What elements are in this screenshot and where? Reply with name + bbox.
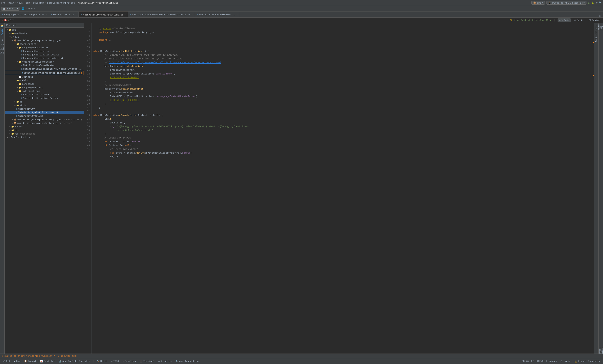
pull-requests-icon[interactable]: ⤵ xyxy=(0,38,4,42)
tab-main-activity[interactable]: K MainActivity.kt ✕ xyxy=(49,12,79,17)
tree-item-coordinators[interactable]: ▼ 📁 coordinators xyxy=(5,42,84,46)
collapse-icon[interactable]: ≡ xyxy=(26,7,27,10)
expand-icon[interactable]: ▼ xyxy=(12,19,14,22)
debug-button[interactable]: 🐛 xyxy=(591,1,594,4)
build-button[interactable]: 🔨 Build xyxy=(95,359,109,363)
logcat-button[interactable]: 📋 Logcat xyxy=(23,359,38,363)
tree-item-language-content[interactable]: ▶ 📁 languageContent xyxy=(5,86,84,89)
tree-item-android-test[interactable]: ▶ 📦 com.delasign.samplestarterproject (a… xyxy=(5,118,84,121)
android-selector[interactable]: 🤖 Android ▼ xyxy=(1,7,20,11)
tree-item-notification-coordinator-folder[interactable]: ▼ 📁 notificationCoordinator xyxy=(5,60,84,64)
code-line: // OnLanguageUpdate xyxy=(93,83,589,87)
tab-main-activity-notifications[interactable]: K MainActivity+Notifications.kt ✕ xyxy=(79,12,128,17)
tree-item-system-notifications-extras[interactable]: ▶ K SystemNotificationsExtras xyxy=(5,96,84,100)
settings-icon[interactable]: ⚙ xyxy=(596,1,598,4)
tree-item-models[interactable]: ▼ 📁 models xyxy=(5,79,84,82)
bc-src[interactable]: src xyxy=(1,1,5,4)
bc-com[interactable]: com xyxy=(26,1,30,4)
bc-java[interactable]: java xyxy=(17,1,23,4)
tree-item-gradle-scripts[interactable]: ▶ ⚙ Gradle Scripts xyxy=(5,136,84,139)
project-panel-header: Project xyxy=(5,23,84,28)
split-view-button[interactable]: ⊟ Split xyxy=(573,18,585,22)
code-line: if (extras != null) { xyxy=(93,143,589,147)
warning-count: 4 xyxy=(4,19,7,21)
tab-close-4[interactable]: ✕ xyxy=(192,13,193,15)
quality-icon: 🔬 xyxy=(59,360,62,363)
app-selector[interactable]: 📦 app ▼ xyxy=(531,1,545,5)
bc-main[interactable]: main xyxy=(9,1,14,4)
build-variants-icon[interactable]: Build Variants xyxy=(0,47,4,51)
code-area[interactable]: // ktlint-disable filename package com.d… xyxy=(92,23,591,353)
tree-item-notifications-folder[interactable]: ▼ 📁 notifications xyxy=(5,89,84,93)
live-edit-toggle[interactable]: ✨ Live Edit of literals: ON ▼ xyxy=(510,19,551,22)
services-button[interactable]: ⚙ Services xyxy=(157,359,173,363)
run-tool-button[interactable]: ▶ Run xyxy=(12,359,22,363)
tree-item-manifests[interactable]: ▶ 📁 manifests xyxy=(5,32,84,35)
tree-item-package[interactable]: ▼ 📦 com.delasign.samplestarterproject xyxy=(5,39,84,42)
bc-delasign[interactable]: delasign xyxy=(33,1,44,4)
tree-item-notification-coordinator-internal[interactable]: ▶ K NotificationCoordinator+InternalInte… xyxy=(5,71,84,75)
tab-close-2[interactable]: ✕ xyxy=(75,13,76,15)
settings-2-icon[interactable]: ⚙ xyxy=(31,7,33,10)
layout-inspector-button[interactable]: 📐 Layout Inspector xyxy=(573,359,602,363)
terminal-icon: ⬛ xyxy=(140,360,143,363)
tree-item-ui[interactable]: ▶ 📁 ui xyxy=(5,100,84,104)
running-devices-icon[interactable]: Running Devices xyxy=(599,349,603,353)
tree-item-language-coordinator-update[interactable]: ▶ K LanguageCoordinator+Update.kt xyxy=(5,56,84,60)
git-button[interactable]: ⎇ Git xyxy=(1,359,12,363)
folder-icon: 📁 xyxy=(19,61,21,63)
folder-icon: 📁 xyxy=(16,43,19,45)
project-icon[interactable]: Project xyxy=(0,28,4,33)
tree-item-notification-coordinator[interactable]: ▶ K NotificationCoordinator xyxy=(5,64,84,67)
tab-language-coordinator-update[interactable]: K LanguageCoordinator+Update.kt ✕ xyxy=(0,12,49,17)
tree-item-gitkeep[interactable]: ▶ 📄 .gitkeep xyxy=(5,75,84,79)
tree-item-language-coordinator[interactable]: ▶ K LanguageCoordinator xyxy=(5,49,84,53)
tab-close-1[interactable]: ✕ xyxy=(46,13,47,15)
tab-notification-coordinator-ext[interactable]: K NotificationCoordinator... ✕ xyxy=(195,12,240,17)
app-quality-button[interactable]: 🔬 App Quality Insights xyxy=(57,359,92,363)
tab-notification-coordinator-internal[interactable]: K NotificationCoordinator+InternalIntent… xyxy=(128,12,195,17)
folder-icon: 📁 xyxy=(11,125,14,128)
tree-item-java[interactable]: ▼ ☕ java xyxy=(5,35,84,39)
tree-item-test[interactable]: ▶ 📦 com.delasign.samplestarterproject (t… xyxy=(5,121,84,125)
bc-file[interactable]: MainActivity+Notifications.kt xyxy=(78,1,118,4)
tree-item-main-activity-notifications[interactable]: ▶ K MainActivity+Notifications.kt xyxy=(5,111,84,114)
tree-item-app[interactable]: ▼ 📁 app xyxy=(5,28,84,32)
notifications-label[interactable]: Notifications xyxy=(595,25,598,43)
tree-item-res[interactable]: ▶ 📁 res xyxy=(5,128,84,132)
tab-close-5[interactable]: ✕ xyxy=(237,13,238,15)
code-line xyxy=(93,42,589,46)
tree-item-system-notifications[interactable]: ▶ K SystemNotifications xyxy=(5,93,84,96)
bc-project[interactable]: samplestarterproject xyxy=(47,1,75,4)
tree-item-constants[interactable]: ▶ 📁 constants xyxy=(5,82,84,86)
terminal-button[interactable]: ⬛ Terminal xyxy=(138,359,156,363)
filter-icon[interactable]: ⚙ xyxy=(28,7,30,10)
tree-item-language-coordinator-get[interactable]: ▶ K LanguageCoordinator+Get.kt xyxy=(5,53,84,56)
tree-item-main-activity[interactable]: ▶ K MainActivity xyxy=(5,107,84,111)
close-panel-icon[interactable]: ✕ xyxy=(34,7,35,10)
sync-icon[interactable]: 🌐 xyxy=(22,7,24,10)
project-tree[interactable]: ▼ 📁 app ▶ 📁 manifests ▼ ☕ java ▼ xyxy=(5,28,84,353)
design-icon: 🖼 xyxy=(589,19,591,22)
profiler-button[interactable]: 📊 Profiler xyxy=(38,359,57,363)
design-view-button[interactable]: 🖼 Design xyxy=(587,18,601,22)
tree-item-notification-coordinator-external[interactable]: ▶ K NotificationCoordinator+ExternalInte… xyxy=(5,67,84,71)
run-button[interactable]: ▶ xyxy=(588,1,590,5)
top-bar-actions: 📦 app ▼ 📱 Pixel_3a_API_33_x86_64 ▼ ▶ 🐛 ⚙… xyxy=(531,1,602,5)
todo-button[interactable]: ☑ TODO xyxy=(109,359,120,363)
tab-close-3[interactable]: ✕ xyxy=(124,14,125,16)
search-icon[interactable]: 🔍 xyxy=(599,1,602,4)
problems-button[interactable]: ⚠ Problems xyxy=(121,359,138,363)
code-view-button[interactable]: ≺/≻ Code xyxy=(557,18,570,22)
tree-item-assets[interactable]: ▶ 📁 assets xyxy=(5,125,84,128)
app-inspection-button[interactable]: 🔍 App Inspection xyxy=(174,359,200,363)
device-selector[interactable]: 📱 Pixel_3a_API_33_x86_64 ▼ xyxy=(546,1,586,5)
tree-item-utils[interactable]: ▶ 📁 utils xyxy=(5,104,84,107)
tree-item-res-generated[interactable]: ▶ 📁 res (generated) xyxy=(5,132,84,136)
kt-file-icon: K xyxy=(16,108,17,110)
tree-item-language-coordinator-folder[interactable]: ▼ 📁 languageCoordinator xyxy=(5,46,84,49)
folder-icon: 📁 xyxy=(11,32,14,34)
tree-item-main-activity-ui[interactable]: ▶ K MainActivity+UI.kt xyxy=(5,114,84,118)
tab-overflow-menu[interactable]: ≫ xyxy=(597,15,603,17)
device-file-explorer-icon[interactable]: Device File Explorer xyxy=(599,24,603,28)
